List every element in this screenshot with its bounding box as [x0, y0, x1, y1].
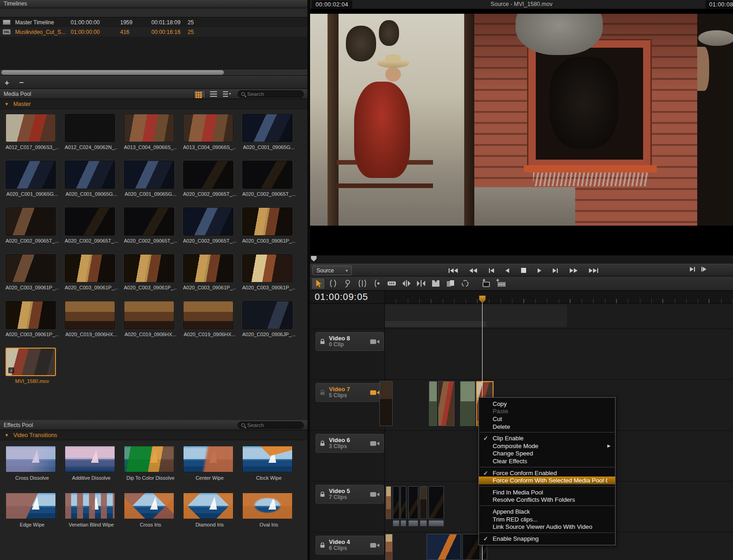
video-camera-icon[interactable] [370, 441, 380, 446]
slide-tool-button[interactable] [355, 277, 369, 289]
grid-view-button[interactable] [194, 90, 205, 98]
transition-item[interactable]: Diamond Iris [183, 493, 237, 539]
dynamic-trim-tool-button[interactable] [341, 277, 355, 289]
clip-handle[interactable] [428, 520, 444, 527]
video-camera-icon[interactable] [370, 390, 380, 395]
context-menu-item[interactable]: ✓ Paste ▶ [479, 408, 615, 416]
viewer-mode-dropdown[interactable]: Source ▾ [312, 266, 352, 275]
media-clip[interactable]: ♪ A020_C019_0906HX... [183, 301, 237, 348]
context-menu-item[interactable]: ✓ Append Black ▶ [479, 508, 615, 516]
clip-thumbnail[interactable]: ♪ [6, 114, 56, 142]
transition-item[interactable]: Dip To Color Dissolve [124, 446, 178, 493]
media-clip[interactable]: ♪ A020_C002_09065T_... [124, 207, 178, 254]
context-menu-item[interactable]: ✓ Force Conform Enabled ▶ [479, 469, 615, 477]
timeline-clip[interactable] [393, 486, 400, 519]
media-clip[interactable]: ♪ A020_C001_09065G... [6, 161, 60, 207]
clip-thumbnail[interactable]: ♪ [183, 301, 233, 329]
media-clip[interactable]: ♪ A020_C002_09065T_... [6, 207, 60, 254]
sync-tool-button[interactable] [458, 277, 472, 289]
transition-thumbnail[interactable] [65, 493, 115, 519]
lock-icon[interactable] [320, 338, 325, 344]
context-menu-item[interactable]: ✓ Enable Snapping ▶ [479, 535, 615, 543]
disclosure-triangle-icon[interactable]: ▼ [5, 102, 9, 106]
context-menu-item[interactable]: ✓ ▶ [479, 486, 615, 487]
lock-icon[interactable] [320, 542, 325, 548]
transition-thumbnail[interactable] [65, 446, 115, 472]
transition-item[interactable]: Venetian Blind Wipe [65, 493, 119, 539]
transition-thumbnail[interactable] [183, 446, 233, 472]
timeline-clip[interactable] [408, 486, 418, 519]
clip-handle[interactable] [400, 520, 406, 527]
viewer-scrub-bar[interactable] [310, 255, 733, 264]
clip-thumbnail[interactable]: ♪ [65, 161, 115, 189]
transition-item[interactable]: Additive Dissolve [65, 446, 119, 493]
clip-thumbnail[interactable]: ♪ [65, 301, 115, 329]
clip-thumbnail[interactable]: ♪ [65, 207, 115, 236]
media-clip[interactable]: ♪ A020_C001_09065G... [65, 161, 119, 207]
transition-item[interactable]: Edge Wipe [6, 493, 60, 539]
clip-thumbnail[interactable]: ♪ [242, 207, 293, 236]
timeline-clip[interactable] [385, 534, 393, 560]
context-menu-item[interactable]: ✓ Composite Mode ▶ [479, 442, 615, 450]
transition-thumbnail[interactable] [242, 493, 293, 519]
timeline-clip[interactable] [438, 381, 455, 426]
transition-item[interactable]: Clock Wipe [242, 446, 296, 493]
stack-tool-button[interactable] [444, 277, 457, 289]
context-menu-item[interactable]: ✓ Clip Enable ▶ [479, 434, 615, 442]
trim-inward-tool-button[interactable] [414, 277, 428, 289]
mark-tool-button[interactable] [429, 277, 443, 289]
context-menu-item[interactable]: ✓ Link Source Viewer Audio With Video ▶ [479, 523, 615, 531]
media-clip[interactable]: ♪ A013_C004_09066S_... [183, 114, 237, 161]
clip-thumbnail[interactable]: ♪ [242, 161, 293, 189]
stop-button[interactable] [520, 266, 527, 274]
video-transitions-row[interactable]: ▼ Video Transitions [0, 430, 307, 440]
context-menu-item[interactable]: ✓ ▶ [479, 467, 615, 467]
transition-thumbnail[interactable] [183, 493, 233, 519]
context-menu-item[interactable]: ✓ Cut ▶ [479, 415, 615, 423]
trim-edit-tool-button[interactable] [326, 277, 340, 289]
context-menu-item[interactable]: ✓ Clear Effects ▶ [479, 457, 615, 465]
lock-icon[interactable] [320, 440, 325, 446]
media-clip[interactable]: ♪ A020_C003_09061P_... [65, 254, 119, 301]
skip-start-button[interactable] [448, 267, 459, 274]
clip-thumbnail[interactable]: ♪ [183, 207, 233, 236]
media-clip[interactable]: ♪ A020_C002_09065T_... [242, 161, 296, 207]
media-clip[interactable]: ♪ A012_C024_09062N_... [65, 114, 119, 161]
transition-item[interactable]: Cross Dissolve [6, 446, 60, 493]
track-header[interactable]: Video 6 3 Clips [316, 434, 384, 453]
context-menu-item[interactable]: ✓ Change Speed ▶ [479, 450, 615, 458]
media-clip[interactable]: ♪ A020_C001_09065G... [124, 161, 178, 207]
media-clip[interactable]: ♪ MVI_1580.mov [6, 348, 60, 394]
clip-handle[interactable] [393, 520, 400, 527]
clipped-transport-button[interactable] [700, 266, 707, 273]
timeline-clip[interactable] [386, 486, 391, 519]
lock-icon[interactable] [320, 491, 325, 497]
clip-thumbnail[interactable]: ♪ [124, 301, 174, 329]
context-menu-item[interactable]: ✓ Resolve Conflicts With Folders ▶ [479, 496, 615, 504]
transition-thumbnail[interactable] [242, 446, 293, 472]
prev-frame-button[interactable] [488, 267, 495, 274]
clip-handle[interactable] [420, 520, 427, 527]
clip-thumbnail[interactable]: ♪ [124, 161, 174, 189]
media-clip[interactable]: ♪ A020_C002_09065T_... [183, 161, 237, 207]
video-camera-icon[interactable] [370, 492, 380, 497]
media-clip[interactable]: ♪ A020_C019_0906HX... [65, 301, 119, 348]
media-clip[interactable]: ♪ A020_C003_09061P_... [124, 254, 178, 301]
timelines-hscrollbar[interactable] [0, 69, 307, 75]
lock-icon[interactable] [320, 389, 325, 395]
transition-thumbnail[interactable] [124, 446, 174, 472]
context-menu-item[interactable]: ✓ Force Conform With Selected Media Pool… [479, 477, 615, 484]
media-clip[interactable]: ♪ A020_C003_09061P_... [242, 254, 296, 301]
clip-thumbnail[interactable]: ♪ [124, 254, 174, 283]
slip-tool-button[interactable] [370, 277, 384, 289]
track-header[interactable]: Video 8 0 Clip [316, 332, 384, 351]
scrollbar-thumb[interactable] [1, 70, 224, 75]
remove-bin-button[interactable]: − [19, 79, 24, 87]
razor-tool-button[interactable] [385, 277, 399, 289]
clip-thumbnail[interactable]: ♪ [124, 114, 174, 142]
fast-forward-button[interactable] [569, 267, 578, 274]
clip-thumbnail[interactable]: ♪ [124, 207, 174, 236]
transition-thumbnail[interactable] [124, 493, 174, 519]
skip-end-button[interactable] [588, 267, 599, 274]
list-view-button[interactable] [207, 90, 219, 98]
